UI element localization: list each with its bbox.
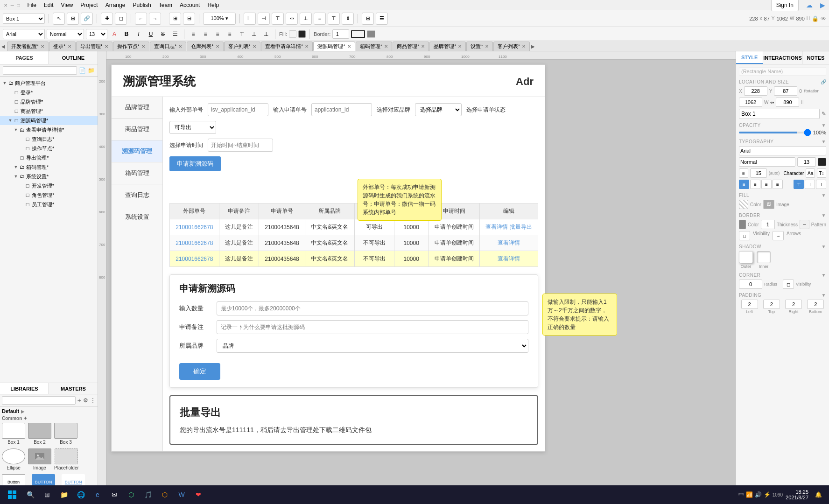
align-left[interactable]: ⊢ [244, 13, 256, 25]
insert-shape[interactable]: ◻ [115, 13, 127, 25]
align-top-text[interactable]: ⊤ [237, 29, 247, 39]
select-all-tool[interactable]: ⊞ [67, 13, 79, 25]
cell-action-3[interactable]: 查看详情 [479, 251, 538, 267]
opacity-slider[interactable] [739, 132, 811, 133]
nav-boxcode[interactable]: 箱码管理 [112, 162, 162, 184]
char-spacing-icon[interactable]: Aa [806, 168, 815, 178]
border-color-swatch[interactable] [739, 220, 746, 229]
tab-export[interactable]: 导出管理* ✕ [76, 42, 112, 51]
taskbar-app4[interactable]: W [175, 488, 189, 502]
current-box-select[interactable]: Box 1 [3, 14, 45, 24]
rp-font-style-input[interactable] [739, 157, 795, 167]
taskbar-app1[interactable]: ⬡ [124, 488, 138, 502]
taskbar-notification[interactable]: 🔔 [811, 488, 825, 502]
align-mid-text[interactable]: ⊥ [249, 29, 259, 39]
taskbar-app2[interactable]: 🎵 [141, 488, 155, 502]
sign-in-button[interactable]: Sign In [771, 0, 799, 11]
cell-action-1[interactable]: 查看详情 批量导出 [479, 219, 538, 235]
lib-item-box1[interactable]: Box 1 [2, 423, 25, 445]
border-thickness-rp-input[interactable] [761, 220, 775, 229]
border-visibility-btn[interactable]: □ [739, 231, 750, 240]
align-bottom[interactable]: ⊤ [328, 13, 340, 25]
style-tab[interactable]: STYLE [736, 51, 763, 64]
fill-color-swatch[interactable] [298, 30, 306, 38]
align-middle-v[interactable]: ≡ [314, 13, 326, 25]
tab-querylog[interactable]: 查询日志* ✕ [150, 42, 186, 51]
strikethrough-btn[interactable]: S [158, 29, 168, 39]
nav-tracecode[interactable]: 溯源码管理 [112, 140, 162, 162]
lib-add-icon[interactable]: + [77, 397, 81, 404]
align-top[interactable]: ⊥ [300, 13, 312, 25]
menu-arrange[interactable]: Arrange [105, 2, 126, 8]
apply-modal-confirm-btn[interactable]: 确定 [179, 363, 220, 380]
tab-operation[interactable]: 操作节点* ✕ [113, 42, 149, 51]
shadow-inner-btn[interactable] [757, 251, 771, 263]
align-bot-text[interactable]: ⊥ [261, 29, 271, 39]
tab-brand[interactable]: 品牌管理* ✕ [429, 42, 466, 51]
font-family-select[interactable]: Arial [3, 29, 45, 39]
lib-item-image[interactable]: Image [28, 448, 51, 470]
w-input[interactable] [739, 98, 762, 107]
box-name-edit-icon[interactable]: ✎ [822, 111, 826, 117]
align-center-h[interactable]: ⊣ [258, 13, 270, 25]
filter-input-extid[interactable] [208, 103, 268, 116]
taskbar-browser2[interactable]: e [91, 488, 105, 502]
text-align-left[interactable]: ≡ [739, 180, 749, 189]
border-color-swatch[interactable] [367, 30, 375, 38]
tab-login[interactable]: 登录* ✕ [49, 42, 75, 51]
bold-btn[interactable]: B [121, 29, 132, 39]
distribute-v[interactable]: ⇕ [342, 13, 354, 25]
pages-tab[interactable]: PAGES [0, 51, 49, 64]
interactions-tab[interactable]: INTERACTIONS [763, 51, 802, 64]
tab-applydetail[interactable]: 查看申请单详情* ✕ [261, 42, 313, 51]
x-input[interactable] [744, 86, 767, 96]
align-justify-text[interactable]: ≡ [225, 29, 235, 39]
insert-widget[interactable]: ✚ [101, 13, 113, 25]
tree-folder-boxcode[interactable]: ▼ 🗂 箱码管理* [0, 162, 98, 172]
taskbar-taskview[interactable]: ⊞ [40, 488, 54, 502]
menu-edit[interactable]: Edit [44, 2, 54, 8]
col-tool[interactable]: ⊞ [362, 13, 374, 25]
align-left-text[interactable]: ≡ [188, 29, 198, 39]
new-page-icon[interactable]: 📄 [79, 67, 86, 74]
visibility-toggle[interactable]: 👁 [821, 15, 826, 22]
border-arrows-btn[interactable]: → [773, 231, 784, 240]
filter-select-brand[interactable]: 选择品牌 [415, 103, 462, 116]
preview-icon[interactable]: ▶ [820, 1, 825, 9]
menu-team[interactable]: Team [159, 2, 172, 8]
menu-account[interactable]: Account [180, 2, 200, 8]
apply-modal-note-input[interactable] [217, 320, 528, 334]
h-input[interactable] [776, 98, 799, 107]
tree-page-product[interactable]: □ 商品管理* [0, 106, 98, 116]
char-tracking-icon[interactable]: T↕ [817, 168, 826, 178]
masters-tab[interactable]: MASTERS [49, 383, 98, 394]
lib-item-link-button[interactable]: BUTTON Link Button [62, 474, 85, 485]
nav-querylog[interactable]: 查询日志 [112, 184, 162, 206]
bullet-list-btn[interactable]: ☰ [170, 29, 180, 39]
taskbar-volume[interactable]: 🔊 [755, 491, 762, 498]
align-right[interactable]: ⊤ [272, 13, 284, 25]
font-color-btn[interactable]: A [109, 29, 119, 39]
lib-item-box3[interactable]: Box 3 [54, 423, 77, 445]
tab-devconfig[interactable]: 开发者配置* ✕ [7, 42, 49, 51]
padding-bottom-input[interactable] [807, 300, 824, 309]
notes-tab[interactable]: NOTES [802, 51, 829, 64]
fill-image-btn[interactable]: 🖼 [763, 200, 774, 209]
align-center-text[interactable]: ≡ [200, 29, 211, 39]
pages-search-input[interactable] [3, 66, 77, 75]
lib-item-button[interactable]: Button Button [2, 474, 25, 485]
italic-btn[interactable]: I [133, 29, 144, 39]
y-input[interactable] [774, 86, 797, 96]
lib-item-primary-button[interactable]: BUTTON Primary Button [28, 474, 59, 485]
menu-file[interactable]: File [27, 2, 36, 8]
tab-warehouse[interactable]: 仓库列表* ✕ [187, 42, 223, 51]
tab-boxcode[interactable]: 箱码管理* ✕ [356, 42, 392, 51]
group-btn[interactable]: ⊞ [169, 13, 181, 25]
corner-visibility-btn[interactable]: ◻ [783, 280, 794, 289]
cell-action-2[interactable]: 查看详情 [479, 235, 538, 251]
tree-page-exportmgmt[interactable]: □ 导出管理* [0, 153, 98, 162]
distribute-h[interactable]: ⇔ [286, 13, 298, 25]
fill-color-empty[interactable] [289, 30, 296, 38]
taskbar-search[interactable]: 🔍 [23, 488, 37, 502]
select-tool[interactable]: ↖ [53, 13, 65, 25]
